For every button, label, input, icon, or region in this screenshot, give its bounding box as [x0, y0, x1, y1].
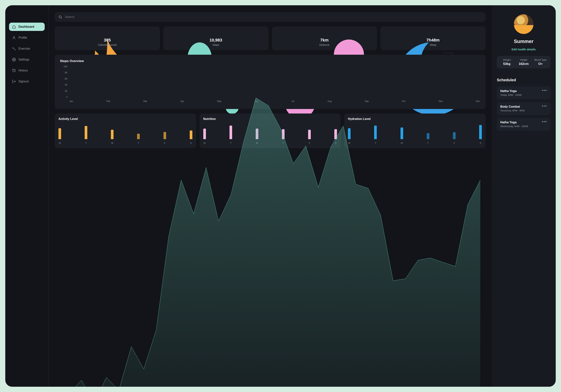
y-tick: 4K	[60, 84, 67, 86]
health-metrics: Weight53kgHeight162cmBlood TypeO+	[497, 56, 550, 68]
stat-calories-burned[interactable]: 305Calories burned	[55, 26, 160, 50]
scheduled-item[interactable]: Hatha YogaToday, 9AM - 10AM•••	[497, 86, 550, 99]
profile-panel: Summer Edit health details Weight53kgHei…	[492, 5, 556, 387]
sidebar-item-signout[interactable]: Signout	[9, 77, 45, 86]
sidebar-item-profile[interactable]: Profile	[9, 33, 45, 42]
sidebar-item-label: Profile	[19, 36, 27, 39]
stat-distance[interactable]: 7kmDistance	[272, 26, 377, 50]
scheduled-time: Wednesday, 9AM - 10AM	[500, 125, 528, 128]
scheduled-title: Hatha Yoga	[500, 121, 528, 124]
gear-icon	[12, 58, 16, 62]
sidebar-item-label: Exercise	[19, 47, 30, 50]
search-bar[interactable]	[55, 12, 485, 22]
nav-list: DashboardProfileExerciseSettingsHistoryS…	[9, 14, 45, 86]
steps-plot	[69, 65, 480, 99]
more-icon[interactable]: •••	[542, 89, 547, 91]
svg-line-4	[61, 18, 62, 19]
y-axis: 10K8K6K4K2K0	[60, 65, 67, 99]
profile-name: Summer	[497, 38, 550, 44]
more-icon[interactable]: •••	[542, 121, 547, 122]
svg-point-3	[59, 16, 61, 18]
y-tick: 10K	[60, 65, 67, 68]
flame-icon	[58, 30, 156, 35]
steps-overview-card: Steps Overview 10K8K6K4K2K0 JanFebMarApr…	[55, 55, 485, 109]
scheduled-item[interactable]: Hatha YogaWednesday, 9AM - 10AM•••	[497, 118, 550, 131]
bar	[58, 128, 61, 139]
home-icon	[12, 25, 16, 29]
health-metric-blood-type: Blood TypeO+	[532, 58, 549, 66]
svg-point-1	[14, 59, 14, 60]
scheduled-heading: Scheduled	[497, 78, 550, 82]
scheduled-title: Hatha Yoga	[500, 89, 522, 93]
y-tick: 2K	[60, 90, 67, 92]
edit-health-link[interactable]: Edit health details	[497, 48, 550, 51]
svg-point-0	[13, 36, 15, 38]
scheduled-list: Hatha YogaToday, 9AM - 10AM•••Body Comba…	[497, 86, 550, 131]
route-icon	[276, 30, 373, 35]
sidebar-item-settings[interactable]: Settings	[9, 55, 45, 64]
health-metric-height: Height162cm	[515, 58, 532, 66]
day-label: M	[58, 142, 61, 144]
avatar[interactable]	[514, 14, 533, 34]
steps-icon	[167, 30, 265, 35]
health-metric-label: Weight	[498, 58, 515, 61]
search-input[interactable]	[65, 15, 482, 19]
sidebar-item-label: History	[19, 69, 28, 72]
scheduled-item[interactable]: Body CombatTomorrow, 5PM - 6PM•••	[497, 102, 550, 115]
sidebar: DashboardProfileExerciseSettingsHistoryS…	[5, 5, 49, 387]
health-metric-value: 53kg	[498, 62, 515, 66]
moon-icon: z	[384, 30, 482, 35]
health-metric-value: 162cm	[515, 62, 532, 66]
scheduled-title: Body Combat	[500, 105, 525, 109]
search-icon	[58, 15, 62, 19]
health-metric-label: Height	[515, 58, 532, 61]
signout-icon	[12, 80, 16, 83]
main-content: 305Calories burned10,983Steps7kmDistance…	[49, 5, 492, 387]
sidebar-item-exercise[interactable]: Exercise	[9, 44, 45, 53]
scheduled-time: Tomorrow, 5PM - 6PM	[500, 109, 525, 112]
more-icon[interactable]: •••	[542, 105, 547, 107]
stat-steps[interactable]: 10,983Steps	[163, 26, 269, 50]
app-frame: DashboardProfileExerciseSettingsHistoryS…	[5, 5, 556, 387]
health-metric-value: O+	[532, 62, 549, 66]
sidebar-item-label: Dashboard	[19, 25, 34, 29]
history-icon	[12, 69, 16, 72]
steps-overview-title: Steps Overview	[60, 59, 480, 63]
sidebar-item-history[interactable]: History	[9, 66, 45, 75]
sidebar-item-dashboard[interactable]: Dashboard	[9, 23, 45, 31]
stats-row: 305Calories burned10,983Steps7kmDistance…	[55, 26, 485, 50]
health-metric-weight: Weight53kg	[498, 58, 515, 66]
y-tick: 6K	[60, 77, 67, 80]
dumbbell-icon	[12, 47, 16, 51]
sidebar-item-label: Signout	[19, 80, 29, 83]
y-tick: 0	[60, 96, 67, 98]
stat-sleep[interactable]: z7h48mSleep	[380, 26, 485, 50]
user-icon	[12, 36, 16, 40]
sidebar-item-label: Settings	[19, 58, 29, 61]
health-metric-label: Blood Type	[532, 58, 549, 61]
scheduled-time: Today, 9AM - 10AM	[500, 94, 522, 96]
y-tick: 8K	[60, 71, 67, 74]
